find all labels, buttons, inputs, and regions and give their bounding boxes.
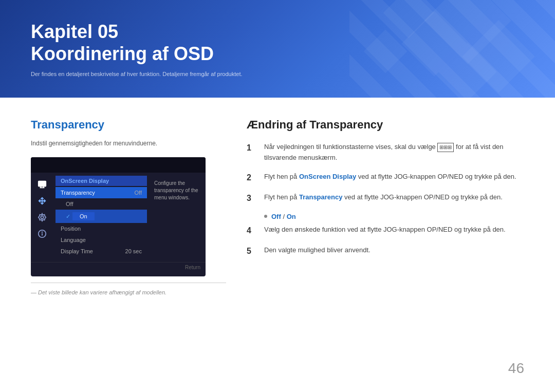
image-divider: [31, 283, 226, 283]
right-title: Ændring af Transparency: [247, 118, 524, 132]
osd-language-label: Language: [61, 237, 86, 243]
section-title: Transparency: [31, 118, 226, 132]
osd-bottom-bar: Return: [31, 262, 206, 272]
step-3: 3 Flyt hen på Transparency ved at flytte…: [247, 192, 524, 204]
left-column: Transparency Indstil gennemsigtigheden f…: [31, 118, 226, 295]
osd-screenshot: OnScreen Display Transparency Off Off ✓ …: [31, 157, 206, 276]
right-column: Ændring af Transparency 1 Når vejledning…: [247, 118, 524, 295]
step-5: 5 Den valgte mulighed bliver anvendt.: [247, 245, 524, 257]
step-2-text: Flyt hen på OnScreen Display ved at flyt…: [264, 172, 524, 182]
step-4-text: Vælg den ønskede funktion ved at flytte …: [264, 225, 524, 235]
step-5-text: Den valgte mulighed bliver anvendt.: [264, 245, 524, 256]
bullet-on: On: [287, 213, 296, 220]
svg-rect-0: [39, 181, 46, 186]
section-intro: Indstil gennemsigtigheden for menuvindue…: [31, 140, 226, 147]
osd-on-value: On: [72, 212, 95, 220]
gear-icon: [36, 212, 48, 223]
step-2-number: 2: [247, 172, 257, 184]
osd-subitem-on[interactable]: ✓ On: [55, 210, 147, 223]
osd-item-transparency[interactable]: Transparency Off: [55, 187, 147, 198]
osd-menu-column: OnScreen Display Transparency Off Off ✓ …: [53, 176, 149, 257]
osd-displaytime-value: 20 sec: [125, 248, 142, 254]
osd-displaytime-label: Display Time: [61, 248, 93, 254]
osd-subitem-off[interactable]: Off: [55, 198, 147, 210]
step-4-number: 4: [247, 225, 257, 237]
osd-side-note: Configure the transparency of the menu w…: [149, 176, 206, 257]
check-icon: ✓: [66, 213, 70, 220]
function-icon: ⊞⊞⊞: [437, 143, 454, 152]
step-1-number: 1: [247, 142, 257, 154]
step-2: 2 Flyt hen på OnScreen Display ved at fl…: [247, 172, 524, 184]
header-description: Der findes en detaljeret beskrivelse af …: [31, 71, 524, 77]
step-3-text: Flyt hen på Transparency ved at flytte J…: [264, 192, 524, 203]
chapter-title: Koordinering af OSD: [31, 43, 524, 65]
image-note: Det viste billede kan variere afhængigt …: [31, 289, 226, 295]
return-label: Return: [185, 265, 200, 270]
osd-menu-header: OnScreen Display: [55, 176, 147, 186]
osd-icons-column: [31, 176, 53, 257]
step-3-highlight: Transparency: [299, 193, 343, 201]
step-5-number: 5: [247, 245, 257, 257]
osd-item-value: Off: [135, 190, 142, 196]
move-icon: [36, 195, 48, 207]
osd-item-language[interactable]: Language: [55, 234, 147, 246]
bullet-off-on: Off / On: [264, 213, 524, 220]
monitor-icon: [36, 179, 48, 190]
content-area: Transparency Indstil gennemsigtigheden f…: [0, 98, 555, 316]
osd-item-position[interactable]: Position: [55, 223, 147, 234]
svg-point-6: [41, 216, 43, 219]
osd-body: OnScreen Display Transparency Off Off ✓ …: [31, 173, 206, 260]
bullet-dot: [264, 215, 267, 218]
osd-item-displaytime[interactable]: Display Time 20 sec: [55, 246, 147, 257]
page-number: 46: [508, 360, 524, 377]
step-3-number: 3: [247, 192, 257, 204]
step-2-highlight: OnScreen Display: [299, 173, 356, 180]
bullet-text: Off / On: [271, 213, 296, 220]
svg-point-9: [42, 232, 43, 233]
osd-item-label: Transparency: [61, 190, 95, 196]
bullet-off: Off: [271, 213, 281, 220]
osd-top-bar: [31, 157, 206, 173]
steps-list: 1 Når vejledningen til funktionstasterne…: [247, 142, 524, 257]
osd-position-label: Position: [61, 226, 81, 232]
header-banner: Kapitel 05 Koordinering af OSD Der finde…: [0, 0, 555, 98]
step-4: 4 Vælg den ønskede funktion ved at flytt…: [247, 225, 524, 237]
chapter-label: Kapitel 05: [31, 21, 524, 43]
step-1-text: Når vejledningen til funktionstasterne v…: [264, 142, 524, 163]
step-1: 1 Når vejledningen til funktionstasterne…: [247, 142, 524, 163]
osd-off-label: Off: [66, 201, 73, 207]
info-icon: [36, 228, 48, 239]
